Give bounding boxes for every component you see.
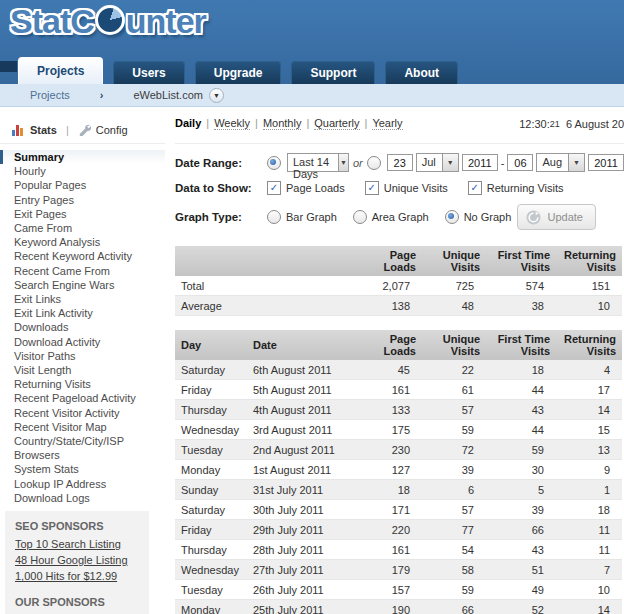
cell-value: 10 <box>556 580 622 600</box>
daily-table-body: Saturday6th August 20114522184Friday5th … <box>175 360 622 614</box>
to-year-input[interactable] <box>588 154 624 171</box>
period-toolbar: Daily|Weekly|Monthly|Quarterly|Yearly 12… <box>175 107 624 144</box>
tab-projects[interactable]: Projects <box>18 57 103 84</box>
summary-table: Page LoadsUnique VisitsFirst Time Visits… <box>175 246 622 316</box>
sidebar-item-browsers[interactable]: Browsers <box>0 448 165 462</box>
tab-about[interactable]: About <box>385 61 458 84</box>
period-weekly[interactable]: Weekly <box>214 117 250 130</box>
sidebar-item-system-stats[interactable]: System Stats <box>0 462 165 476</box>
day-cell: Wednesday <box>175 420 247 440</box>
checkbox-control[interactable]: ✓ <box>365 181 379 195</box>
day-cell: Saturday <box>175 360 247 380</box>
from-year-input[interactable] <box>462 154 498 171</box>
sidebar-item-lookup-ip-address[interactable]: Lookup IP Address <box>0 477 165 491</box>
sponsor-link-1-000-hits-for-12-99[interactable]: 1,000 Hits for $12.99 <box>15 568 139 584</box>
summary-table-head: Page LoadsUnique VisitsFirst Time Visits… <box>175 246 622 276</box>
table-row: Tuesday2nd August 2011230725913 <box>175 440 622 460</box>
sidebar-item-returning-visits[interactable]: Returning Visits <box>0 377 165 391</box>
cell-value: 59 <box>422 580 486 600</box>
summary-row-average: Average138483810 <box>175 296 622 316</box>
sidebar-item-came-from[interactable]: Came From <box>0 221 165 235</box>
radio-option-area-graph[interactable]: Area Graph <box>353 210 429 224</box>
chevron-down-icon: ▼ <box>338 154 348 171</box>
sidebar-item-search-engine-wars[interactable]: Search Engine Wars <box>0 278 165 292</box>
chevron-down-icon[interactable]: ▼ <box>209 88 224 103</box>
cell-value: 161 <box>360 380 422 400</box>
cell-value: 22 <box>422 360 486 380</box>
sidebar-item-visit-length[interactable]: Visit Length <box>0 363 165 377</box>
to-month-select[interactable]: Aug ▼ <box>536 153 585 172</box>
period-daily[interactable]: Daily <box>175 117 201 129</box>
sidebar-item-recent-keyword-activity[interactable]: Recent Keyword Activity <box>0 249 165 263</box>
cell-value: 44 <box>486 380 556 400</box>
tab-users[interactable]: Users <box>113 61 184 84</box>
bar-chart-icon <box>12 125 23 136</box>
tab-upgrade[interactable]: Upgrade <box>195 61 282 84</box>
radio-control[interactable] <box>445 210 459 224</box>
tab-support[interactable]: Support <box>291 61 375 84</box>
sidebar-item-recent-came-from[interactable]: Recent Came From <box>0 264 165 278</box>
sidebar-item-recent-pageload-activity[interactable]: Recent Pageload Activity <box>0 391 165 405</box>
sidebar-item-country-state-city-isp[interactable]: Country/State/City/ISP <box>0 434 165 448</box>
radio-option-no-graph[interactable]: No Graph <box>445 210 512 224</box>
period-quarterly[interactable]: Quarterly <box>314 117 359 130</box>
from-month-select[interactable]: Jul ▼ <box>416 153 459 172</box>
period-monthly[interactable]: Monthly <box>263 117 302 130</box>
checkbox-option-unique-visits[interactable]: ✓Unique Visits <box>365 181 448 195</box>
sponsor-link-top-10-search-listing[interactable]: Top 10 Search Listing <box>15 536 139 552</box>
sidebar-item-download-logs[interactable]: Download Logs <box>0 491 165 505</box>
or-text: or <box>353 157 363 169</box>
sidebar-item-visitor-paths[interactable]: Visitor Paths <box>0 349 165 363</box>
cell-value: 220 <box>360 520 422 540</box>
cell-value: 175 <box>360 420 422 440</box>
checkbox-control[interactable]: ✓ <box>468 181 482 195</box>
sidebar-item-recent-visitor-map[interactable]: Recent Visitor Map <box>0 420 165 434</box>
sidebar-item-downloads[interactable]: Downloads <box>0 320 165 334</box>
radio-control[interactable] <box>353 210 367 224</box>
statcounter-logo: StatCunter <box>10 2 206 41</box>
update-button[interactable]: Update <box>517 204 596 230</box>
cell-value: 57 <box>422 500 486 520</box>
table-row: Thursday4th August 2011133574314 <box>175 400 622 420</box>
date-cell: 2nd August 2011 <box>247 440 360 460</box>
checkbox-option-page-loads[interactable]: ✓Page Loads <box>267 181 345 195</box>
column-header: Day <box>175 330 247 360</box>
sidebar-item-summary[interactable]: Summary <box>0 150 165 164</box>
preset-range-select[interactable]: Last 14 Days ▼ <box>287 153 349 172</box>
cell-value: 2,077 <box>360 276 422 296</box>
graph-type-label: Graph Type: <box>175 211 267 223</box>
sidebar-item-keyword-analysis[interactable]: Keyword Analysis <box>0 235 165 249</box>
sidebar-item-exit-pages[interactable]: Exit Pages <box>0 207 165 221</box>
checkbox-option-returning-visits[interactable]: ✓Returning Visits <box>468 181 564 195</box>
logo-text-right: unter <box>126 2 206 40</box>
breadcrumb-projects[interactable]: Projects <box>30 89 70 101</box>
cell-value: 51 <box>486 560 556 580</box>
radio-option-bar-graph[interactable]: Bar Graph <box>267 210 337 224</box>
sidebar-item-entry-pages[interactable]: Entry Pages <box>0 193 165 207</box>
sidebar-item-download-activity[interactable]: Download Activity <box>0 335 165 349</box>
checkbox-control[interactable]: ✓ <box>267 181 281 195</box>
stats-button[interactable]: Stats <box>30 124 57 136</box>
config-button[interactable]: Config <box>96 124 128 136</box>
preset-range-radio[interactable] <box>267 156 281 170</box>
breadcrumb-project-name[interactable]: eWebList.com <box>133 89 203 101</box>
cell-value: 52 <box>486 600 556 614</box>
period-separator: | <box>365 117 368 129</box>
sponsor-heading: SEO SPONSORS <box>15 520 139 532</box>
sidebar-item-popular-pages[interactable]: Popular Pages <box>0 178 165 192</box>
from-day-input[interactable] <box>387 154 413 171</box>
cell-value: 61 <box>422 380 486 400</box>
sponsor-box: SEO SPONSORSTop 10 Search Listing48 Hour… <box>5 511 149 614</box>
sidebar-item-exit-links[interactable]: Exit Links <box>0 292 165 306</box>
custom-range-radio[interactable] <box>367 156 381 170</box>
day-cell: Monday <box>175 600 247 614</box>
sidebar-item-recent-visitor-activity[interactable]: Recent Visitor Activity <box>0 406 165 420</box>
radio-control[interactable] <box>267 210 281 224</box>
period-yearly[interactable]: Yearly <box>372 117 402 130</box>
cell-value: 45 <box>360 360 422 380</box>
cell-value: 725 <box>422 276 486 296</box>
to-day-input[interactable] <box>507 154 533 171</box>
sidebar-item-hourly[interactable]: Hourly <box>0 164 165 178</box>
sidebar-item-exit-link-activity[interactable]: Exit Link Activity <box>0 306 165 320</box>
sponsor-link-48-hour-google-listing[interactable]: 48 Hour Google Listing <box>15 552 139 568</box>
